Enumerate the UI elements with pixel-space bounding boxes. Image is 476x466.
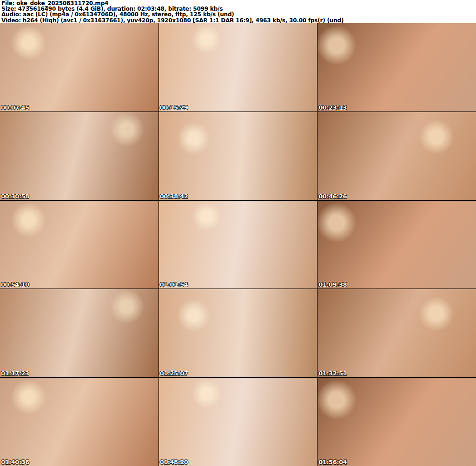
- timestamp-overlay: 01:32:51: [318, 370, 347, 377]
- thumbnail-placeholder: [159, 289, 317, 377]
- thumbnail-placeholder: [159, 23, 317, 112]
- timestamp-overlay: 01:09:38: [318, 281, 347, 288]
- thumbnail-placeholder: [0, 378, 159, 466]
- timestamp-overlay: 01:01:54: [160, 281, 188, 288]
- video-thumbnail: 00:46:26: [317, 112, 476, 200]
- video-thumbnail: 00:07:45: [0, 23, 159, 112]
- video-thumbnail: 00:30:58: [0, 112, 159, 200]
- video-thumbnail: 01:56:04: [317, 378, 476, 466]
- video-thumbnail: 01:40:36: [0, 378, 159, 466]
- video-thumbnail: 01:32:51: [317, 289, 476, 377]
- video-thumbnail: 01:48:20: [159, 378, 317, 466]
- video-thumbnail: 00:15:29: [159, 23, 317, 112]
- thumbnail-placeholder: [0, 201, 159, 289]
- video-thumbnail: 00:23:13: [317, 23, 476, 112]
- timestamp-overlay: 00:23:13: [318, 104, 347, 111]
- video-thumbnail: 01:01:54: [159, 201, 317, 289]
- thumbnail-placeholder: [0, 23, 159, 112]
- file-metadata-header: File: oke_doke_202508311720.mp4 Size: 47…: [0, 0, 476, 23]
- thumbnail-placeholder: [317, 289, 476, 377]
- thumbnail-placeholder: [317, 201, 476, 289]
- metadata-audio-line: Audio: aac (LC) (mp4a / 0x6134706D), 480…: [1, 12, 475, 17]
- timestamp-overlay: 00:54:10: [1, 281, 29, 288]
- video-thumbnail: 00:38:42: [159, 112, 317, 200]
- thumbnail-grid: 00:07:45 00:15:29 00:23:13 00:30:58 00:3…: [0, 23, 476, 466]
- thumbnail-placeholder: [317, 378, 476, 466]
- video-thumbnail: 01:25:07: [159, 289, 317, 377]
- video-thumbnail: 01:17:23: [0, 289, 159, 377]
- timestamp-overlay: 00:15:29: [160, 104, 188, 111]
- timestamp-overlay: 01:56:04: [318, 459, 347, 466]
- timestamp-overlay: 01:48:20: [160, 459, 188, 466]
- thumbnail-placeholder: [159, 201, 317, 289]
- timestamp-overlay: 01:17:23: [1, 370, 29, 377]
- timestamp-overlay: 01:25:07: [160, 370, 188, 377]
- timestamp-overlay: 01:40:36: [1, 459, 29, 466]
- video-thumbnail: 00:54:10: [0, 201, 159, 289]
- thumbnail-placeholder: [0, 112, 159, 200]
- timestamp-overlay: 00:07:45: [1, 104, 29, 111]
- thumbnail-placeholder: [317, 23, 476, 112]
- thumbnail-placeholder: [159, 112, 317, 200]
- thumbnail-placeholder: [317, 112, 476, 200]
- video-thumbnail: 01:09:38: [317, 201, 476, 289]
- video-contact-sheet: File: oke_doke_202508311720.mp4 Size: 47…: [0, 0, 476, 466]
- timestamp-overlay: 00:30:58: [1, 193, 29, 200]
- timestamp-overlay: 00:46:26: [318, 193, 347, 200]
- thumbnail-placeholder: [0, 289, 159, 377]
- thumbnail-placeholder: [159, 378, 317, 466]
- metadata-video-line: Video: h264 (High) (avc1 / 0x31637661), …: [1, 18, 475, 23]
- timestamp-overlay: 00:38:42: [160, 193, 188, 200]
